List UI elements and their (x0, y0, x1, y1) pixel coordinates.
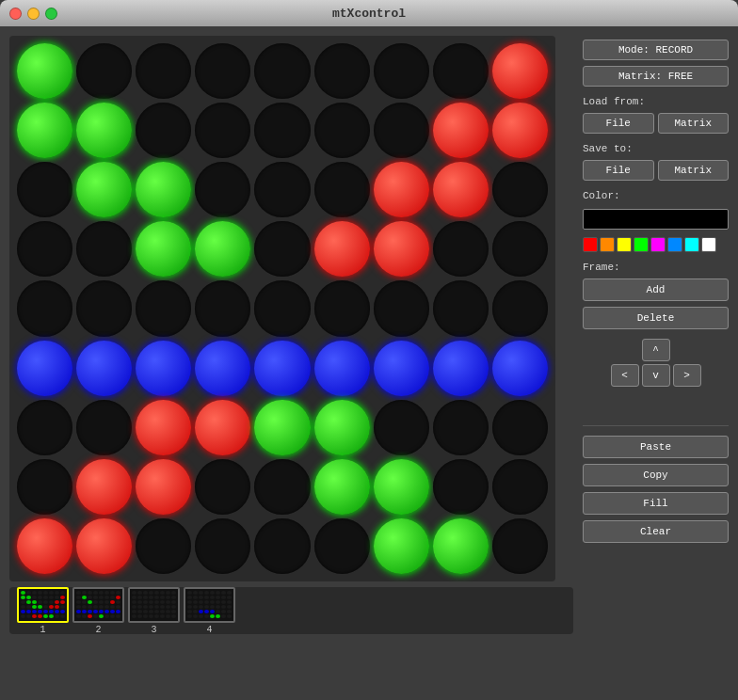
grid-cell-67[interactable] (254, 459, 310, 515)
palette-yellow[interactable] (617, 237, 632, 252)
palette-cyan[interactable] (684, 237, 699, 252)
grid-cell-45[interactable] (17, 341, 72, 396)
grid-cell-52[interactable] (433, 341, 489, 396)
grid-cell-53[interactable] (492, 341, 548, 396)
grid-cell-8[interactable] (492, 43, 548, 99)
grid-cell-77[interactable] (314, 518, 370, 574)
grid-cell-39[interactable] (195, 280, 250, 336)
frame-1[interactable]: 1 (17, 587, 69, 635)
grid-cell-9[interactable] (17, 103, 72, 158)
grid-cell-10[interactable] (76, 103, 132, 158)
nav-left-button[interactable]: < (611, 364, 639, 387)
grid-cell-75[interactable] (195, 518, 250, 574)
grid-cell-73[interactable] (76, 518, 132, 574)
grid-cell-0[interactable] (17, 43, 72, 99)
grid-cell-72[interactable] (17, 518, 72, 574)
grid-cell-50[interactable] (314, 341, 370, 396)
grid-cell-11[interactable] (136, 103, 191, 158)
fill-button[interactable]: Fill (583, 492, 729, 515)
frame-add-button[interactable]: Add (583, 278, 729, 301)
grid-cell-38[interactable] (136, 280, 191, 336)
grid-cell-4[interactable] (254, 43, 310, 99)
grid-cell-76[interactable] (254, 518, 310, 574)
grid-cell-23[interactable] (314, 162, 370, 217)
grid-cell-60[interactable] (374, 400, 429, 455)
minimize-button[interactable] (27, 8, 40, 20)
grid-cell-40[interactable] (254, 280, 310, 336)
save-matrix-button[interactable]: Matrix (658, 160, 730, 181)
nav-up-button[interactable]: ^ (642, 339, 670, 361)
copy-button[interactable]: Copy (583, 464, 729, 486)
grid-cell-15[interactable] (374, 103, 429, 158)
grid-cell-62[interactable] (492, 400, 548, 455)
grid-cell-59[interactable] (314, 400, 370, 455)
palette-white[interactable] (701, 237, 716, 252)
paste-button[interactable]: Paste (583, 436, 729, 458)
nav-down-button[interactable]: v (642, 364, 670, 387)
grid-cell-6[interactable] (374, 43, 429, 99)
grid-cell-41[interactable] (314, 280, 370, 336)
grid-cell-24[interactable] (374, 162, 429, 217)
grid-cell-80[interactable] (492, 518, 548, 574)
nav-right-button[interactable]: > (673, 364, 701, 387)
frame-2[interactable]: 2 (72, 587, 124, 635)
grid-cell-48[interactable] (195, 341, 250, 396)
mode-button[interactable]: Mode: RECORD (583, 40, 729, 60)
grid-cell-26[interactable] (492, 162, 548, 217)
grid-cell-56[interactable] (136, 400, 191, 455)
grid-cell-12[interactable] (195, 103, 250, 158)
grid-cell-34[interactable] (433, 221, 489, 277)
grid-cell-30[interactable] (195, 221, 250, 277)
palette-orange[interactable] (600, 237, 615, 252)
grid-cell-71[interactable] (492, 459, 548, 515)
grid-cell-1[interactable] (76, 43, 132, 99)
grid-cell-14[interactable] (314, 103, 370, 158)
grid-cell-78[interactable] (374, 518, 429, 574)
grid-cell-20[interactable] (136, 162, 191, 217)
grid-cell-74[interactable] (136, 518, 191, 574)
grid-cell-7[interactable] (433, 43, 489, 99)
grid-cell-58[interactable] (254, 400, 310, 455)
grid-cell-43[interactable] (433, 280, 489, 336)
grid-cell-64[interactable] (76, 459, 132, 515)
grid-cell-27[interactable] (17, 221, 72, 277)
led-grid[interactable] (9, 36, 555, 581)
grid-cell-16[interactable] (433, 103, 489, 158)
clear-button[interactable]: Clear (583, 520, 729, 543)
grid-cell-57[interactable] (195, 400, 250, 455)
grid-cell-51[interactable] (374, 341, 429, 396)
grid-cell-55[interactable] (76, 400, 132, 455)
grid-cell-44[interactable] (492, 280, 548, 336)
load-matrix-button[interactable]: Matrix (658, 113, 730, 134)
save-file-button[interactable]: File (583, 160, 654, 181)
maximize-button[interactable] (45, 8, 57, 20)
grid-cell-13[interactable] (254, 103, 310, 158)
grid-cell-68[interactable] (314, 459, 370, 515)
grid-cell-61[interactable] (433, 400, 489, 455)
grid-cell-36[interactable] (17, 280, 72, 336)
palette-red[interactable] (583, 237, 598, 252)
grid-cell-18[interactable] (17, 162, 72, 217)
grid-cell-37[interactable] (76, 280, 132, 336)
grid-cell-65[interactable] (136, 459, 191, 515)
grid-cell-2[interactable] (136, 43, 191, 99)
matrix-button[interactable]: Matrix: FREE (583, 66, 729, 87)
grid-cell-32[interactable] (314, 221, 370, 277)
grid-cell-3[interactable] (195, 43, 250, 99)
grid-cell-70[interactable] (433, 459, 489, 515)
palette-green[interactable] (634, 237, 649, 252)
grid-cell-29[interactable] (136, 221, 191, 277)
grid-cell-33[interactable] (374, 221, 429, 277)
grid-cell-31[interactable] (254, 221, 310, 277)
grid-cell-49[interactable] (254, 341, 310, 396)
color-swatch[interactable] (583, 209, 729, 230)
grid-cell-66[interactable] (195, 459, 250, 515)
grid-cell-47[interactable] (136, 341, 191, 396)
grid-cell-22[interactable] (254, 162, 310, 217)
grid-cell-5[interactable] (314, 43, 370, 99)
frame-4[interactable]: 4 (184, 587, 235, 635)
close-button[interactable] (9, 8, 22, 20)
palette-magenta[interactable] (650, 237, 666, 252)
grid-cell-69[interactable] (374, 459, 429, 515)
grid-cell-35[interactable] (492, 221, 548, 277)
